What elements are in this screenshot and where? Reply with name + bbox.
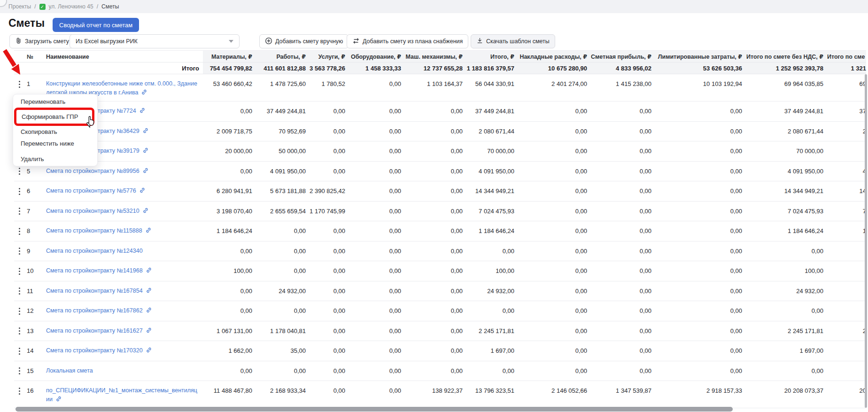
column-header-services: Услуги, ₽	[318, 51, 345, 63]
cell-total: 56 044 330,91	[475, 74, 514, 94]
estimate-link[interactable]: Смета по стройконтракту №5776	[46, 181, 199, 196]
cell-limited: 0,00	[730, 361, 742, 381]
cell-materials: 3 198 070,40	[217, 202, 252, 222]
summary-report-button[interactable]: Сводный отчет по сметам	[53, 18, 139, 32]
cell-overhead: 0,00	[575, 301, 587, 321]
cell-materials: 0,00	[240, 301, 252, 321]
estimate-link[interactable]: по_СПЕЦИФИКАЦИИ_№1_монтаж_системы_вентил…	[46, 381, 199, 405]
cell-machinery: 0,00	[451, 361, 463, 381]
cell-total-no-vat: 4 091 950,00	[788, 162, 823, 182]
cell-profit: 0,00	[640, 361, 651, 381]
cell-machinery: 0,00	[451, 202, 463, 222]
cell-total-no-vat: 1 184 646,24	[788, 221, 823, 241]
cell-materials: 20 000,00	[225, 141, 252, 162]
cell-materials: 11 488 467,80	[214, 381, 252, 401]
cell-services: 2 390 825,42	[310, 181, 345, 202]
table-header-row: №НаименованиеМатериалы, ₽Работы, ₽Услуги…	[14, 50, 866, 62]
table-row: 3Смета по стройконтракту №364292 009 718…	[14, 122, 866, 142]
menu-item-form-gpr[interactable]: Сформировать ГПР	[22, 113, 78, 120]
upload-estimate-label: Загрузить смету	[25, 38, 69, 45]
table-row: 4Смета по стройконтракту №3917920 000,00…	[14, 141, 866, 162]
download-template-button[interactable]: Скачать шаблон сметы	[471, 34, 555, 48]
row-menu-button[interactable]	[16, 381, 23, 401]
annotation-highlight-box: Сформировать ГПР	[14, 108, 94, 126]
context-menu: Переименовать Сформировать ГПР Скопирова…	[13, 94, 98, 166]
cell-limited: 0,00	[730, 261, 742, 281]
row-menu-button[interactable]	[16, 202, 23, 222]
cell-profit: 0,00	[640, 301, 651, 321]
cell-profit: 0,00	[640, 261, 651, 281]
totals-cell-materials: 754 454 799,82	[210, 62, 252, 74]
cell-overhead: 0,00	[575, 162, 587, 182]
cell-materials: 0,00	[240, 241, 252, 262]
row-menu-button[interactable]	[16, 261, 23, 281]
row-number: 14	[27, 341, 33, 361]
cell-works: 5 673 181,88	[270, 181, 306, 202]
estimates-page: Проекты / ✓ ул. Леночкино 45 / Сметы Сме…	[0, 0, 868, 412]
cell-total-no-vat: 20 208 073,37	[784, 381, 823, 401]
row-menu-button[interactable]	[16, 361, 23, 381]
row-menu-button[interactable]	[16, 321, 23, 342]
cell-machinery: 1 103 164,37	[427, 74, 463, 94]
column-header-total: Итого, ₽	[490, 51, 514, 63]
link-icon	[146, 267, 152, 276]
cell-machinery: 138 922,37	[432, 381, 463, 401]
cell-works: 35,00	[290, 341, 306, 361]
cell-profit: 0,00	[640, 341, 651, 361]
estimate-link[interactable]: Смета по стройконтракту №115888	[46, 221, 199, 236]
breadcrumb-project[interactable]: ул. Леночкино 45	[49, 3, 93, 10]
column-header-total-no-vat: Итого по смете без НДС, ₽	[746, 51, 823, 63]
cell-services: 0,00	[333, 341, 345, 361]
row-menu-button[interactable]	[16, 241, 23, 262]
cell-total: 1 697,00	[490, 341, 514, 361]
add-estimate-from-supply-button[interactable]: Добавить смету из плана снабжения	[347, 34, 468, 48]
breadcrumb-projects[interactable]: Проекты	[8, 3, 31, 10]
source-select[interactable]: Из Excel выгрузки РИК	[70, 34, 240, 48]
cell-profit: 0,00	[640, 221, 651, 241]
cell-services: 0,00	[333, 361, 345, 381]
column-header-materials: Материалы, ₽	[211, 51, 252, 63]
estimate-link[interactable]: Смета по стройконтракту №167854	[46, 281, 199, 296]
add-estimate-manual-button[interactable]: Добавить смету вручную	[259, 34, 349, 48]
estimate-link[interactable]: Локальная смета	[46, 361, 199, 375]
cell-equipment: 0,00	[389, 301, 401, 321]
cell-machinery: 0,00	[451, 281, 463, 302]
totals-cell-total-cut: 1 321	[851, 62, 866, 74]
swap-arrows-icon	[352, 37, 360, 46]
cell-limited: 0,00	[730, 321, 742, 342]
menu-item-move-down[interactable]: Переместить ниже	[13, 138, 97, 149]
row-menu-button[interactable]	[16, 181, 23, 202]
horizontal-scrollbar[interactable]	[16, 407, 733, 412]
row-menu-button[interactable]	[16, 341, 23, 361]
cell-equipment: 0,00	[389, 261, 401, 281]
estimate-link[interactable]: Смета по стройконтракту №167862	[46, 301, 199, 316]
cell-total: 2 245 171,81	[479, 321, 514, 342]
cell-materials: 53 460 660,42	[213, 74, 252, 94]
row-menu-button[interactable]	[16, 301, 23, 321]
plus-circle-icon	[265, 37, 272, 46]
cell-works: 50 000,00	[279, 141, 306, 162]
table-row: 10Смета по стройконтракту №141968100,000…	[14, 261, 866, 281]
cell-machinery: 0,00	[451, 301, 463, 321]
estimate-link[interactable]: Смета по стройконтракту №124340	[46, 241, 199, 256]
estimate-link[interactable]: Смета по стройконтракту №141968	[46, 261, 199, 276]
column-header-equipment: Оборудование, ₽	[351, 51, 401, 63]
estimate-link[interactable]: Смета по стройконтракту №170320	[46, 341, 199, 356]
link-icon	[139, 107, 146, 117]
row-menu-button[interactable]	[16, 281, 23, 302]
cell-overhead: 0,00	[575, 122, 587, 142]
table-row: 12Смета по стройконтракту №1678620,000,0…	[14, 301, 866, 321]
cell-machinery: 0,00	[451, 162, 463, 182]
menu-item-delete[interactable]: Удалить	[13, 154, 97, 165]
link-icon	[142, 207, 149, 217]
menu-item-rename[interactable]: Переименовать	[13, 96, 97, 108]
cell-overhead: 2 401 274,00	[551, 74, 587, 94]
row-number: 12	[27, 301, 33, 321]
vertical-scrollbar[interactable]	[865, 74, 867, 408]
link-icon	[146, 327, 152, 336]
cell-works: 2 655 659,54	[270, 202, 306, 222]
estimate-link[interactable]: Смета по стройконтракту №161627	[46, 321, 199, 336]
cell-overhead: 0,00	[575, 261, 587, 281]
row-menu-button[interactable]	[16, 221, 23, 241]
estimate-link[interactable]: Смета по стройконтракту №53210	[46, 202, 199, 217]
